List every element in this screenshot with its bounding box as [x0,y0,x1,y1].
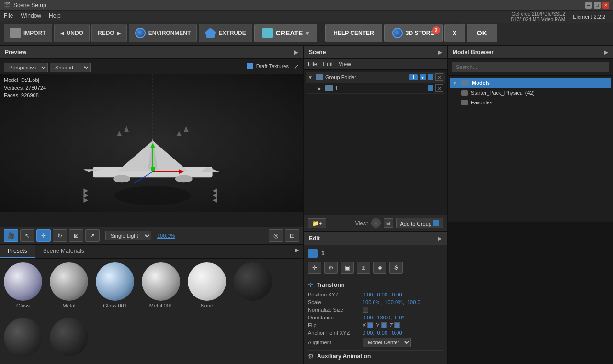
grid-btn[interactable]: ⊞ [357,262,370,274]
material-btn[interactable]: ◈ [373,262,386,274]
menu-window[interactable]: Window [21,12,41,19]
environment-button[interactable]: ENVIRONMENT [129,24,197,42]
camera-tool-btn[interactable]: 🎥 [4,229,18,242]
orient-z[interactable]: 0.0° [395,315,404,320]
orient-x[interactable]: 0.00 [363,315,373,320]
edit-collapse-btn[interactable]: ▶ [438,235,442,242]
scene-edit-menu[interactable]: Edit [323,61,333,68]
viewport[interactable]: Draft Textures Perspective Top Front Sid… [0,59,303,227]
alignment-select[interactable]: Model Center World Center Custom [363,338,411,347]
material-dark1-sphere[interactable] [234,262,272,301]
material-glass-sphere[interactable] [4,262,42,301]
scene-item-1-close-btn[interactable]: ✕ [435,84,443,92]
add-folder-btn[interactable]: 📁+ [308,218,326,228]
anchor-x[interactable]: 0.00 [363,330,373,336]
rotate-tool-btn[interactable]: ↻ [53,229,67,242]
scene-view-menu[interactable]: View [339,61,351,68]
view-grid-btn[interactable]: ⊞ [384,218,393,228]
bottom-panel-collapse[interactable]: ▶ [291,245,303,258]
perspective-select[interactable]: Perspective Top Front Side [4,63,48,72]
material-dark1[interactable] [234,262,272,310]
scene-item-1-eye-btn[interactable] [428,85,433,91]
pos-x[interactable]: 0.00 [363,292,373,297]
store-button[interactable]: 3D STORE 2 [384,24,443,42]
scale-tool-btn[interactable]: ⊠ [69,229,83,242]
anchor-value[interactable]: 0.00, 0.00, 0.00 [363,330,402,336]
starter-pack-row[interactable]: Starter_Pack_Physical (42) [450,88,611,98]
minimize-button[interactable]: ─ [585,2,592,9]
group-folder-arrow[interactable]: ▼ [308,75,314,80]
scene-item-1-arrow[interactable]: ▶ [318,86,323,91]
snapshot-btn[interactable]: ⊡ [285,229,299,242]
material-dark3[interactable] [50,318,88,360]
orient-y[interactable]: 180.0 [377,315,391,320]
material-dark3-sphere[interactable] [50,318,88,356]
ok-button[interactable]: OK [467,24,497,42]
anchor-z[interactable]: 0.00 [392,330,402,336]
extra-settings-btn[interactable]: ⚙ [389,262,403,274]
group-folder-badge-dropdown[interactable]: ▾ [420,74,426,80]
anchor-y[interactable]: 0.00 [377,330,387,336]
material-dark2[interactable] [4,318,42,360]
viewport-expand-btn[interactable]: ⤢ [294,63,299,70]
material-metal001-sphere[interactable] [142,262,180,301]
browser-collapse-btn[interactable]: ▶ [604,49,608,56]
material-none-sphere[interactable] [188,262,226,301]
group-folder-row[interactable]: ▼ Group Folder 1 ▾ ✕ [306,72,445,83]
redo-button[interactable]: REDO ▸ [91,24,127,42]
scale-value[interactable]: 100.0%, 100.0%, 100.0 [363,299,420,305]
x-button[interactable]: X [444,24,465,42]
material-dark2-sphere[interactable] [4,318,42,356]
shading-select[interactable]: Shaded Wireframe Solid [50,63,91,72]
draft-textures-checkbox[interactable] [247,63,253,69]
flip-y-checkbox[interactable] [381,322,387,328]
material-glass[interactable]: Glass [4,262,42,310]
material-glass001[interactable]: Glass.001 [96,262,134,310]
render-btn[interactable]: ◎ [269,229,283,242]
transform-mode-btn[interactable]: ✛ [308,262,321,274]
zoom-level-link[interactable]: 100.0% [157,233,175,239]
pos-z[interactable]: 0.00 [392,292,402,297]
scale-z[interactable]: 100.0 [407,299,420,305]
presets-tab[interactable]: Presets [0,245,35,258]
menu-help[interactable]: Help [49,12,61,19]
favorites-row[interactable]: Favorites [450,98,611,107]
close-button[interactable]: ✕ [602,2,609,9]
view-circle-btn[interactable] [371,218,381,228]
maximize-button[interactable]: □ [594,2,601,9]
menu-file[interactable]: File [4,12,13,19]
select-tool-btn[interactable]: ↖ [20,229,34,242]
create-button[interactable]: CREATE ▾ [254,24,318,42]
scene-materials-tab[interactable]: Scene Materials [35,245,92,258]
add-group-btn[interactable]: Add to Group [396,218,443,228]
settings-btn[interactable]: ⚙ [324,262,338,274]
scene-file-menu[interactable]: File [308,61,317,68]
position-value[interactable]: 0.00, 0.00, 0.00 [363,292,402,297]
material-none[interactable]: None [188,262,226,310]
pos-y[interactable]: 0.00 [377,292,387,297]
material-glass001-sphere[interactable] [96,262,134,301]
models-arrow[interactable]: ▼ [453,80,458,86]
scale-x[interactable]: 100.0% [363,299,380,305]
material-metal[interactable]: Metal [50,262,88,310]
group-folder-close-btn[interactable]: ✕ [435,73,443,81]
extrude-button[interactable]: EXTRUDE [199,24,252,42]
help-button[interactable]: HELP CENTER [325,24,382,42]
material-metal-sphere[interactable] [50,262,88,301]
scene-item-1-row[interactable]: ▶ 1 ✕ [306,83,445,94]
models-root-row[interactable]: ▼ Models [450,78,611,88]
normalize-checkbox[interactable] [363,307,368,313]
flip-x-checkbox[interactable] [367,322,373,328]
orientation-value[interactable]: 0.00, 180.0, 0.0° [363,315,404,320]
object-btn[interactable]: ▣ [341,262,354,274]
transform-tool-btn[interactable]: ↗ [85,229,100,242]
import-button[interactable]: IMPORT [4,24,52,42]
light-mode-select[interactable]: Single Light Three Lights No Light [105,231,151,240]
material-metal001[interactable]: Metal.001 [142,262,180,310]
search-input[interactable] [452,62,609,72]
scene-collapse-btn[interactable]: ▶ [438,49,442,56]
group-folder-eye-btn[interactable] [428,74,433,80]
flip-z-checkbox[interactable] [394,322,400,328]
scale-y[interactable]: 100.0% [385,299,402,305]
move-tool-btn[interactable]: ✛ [36,229,51,242]
